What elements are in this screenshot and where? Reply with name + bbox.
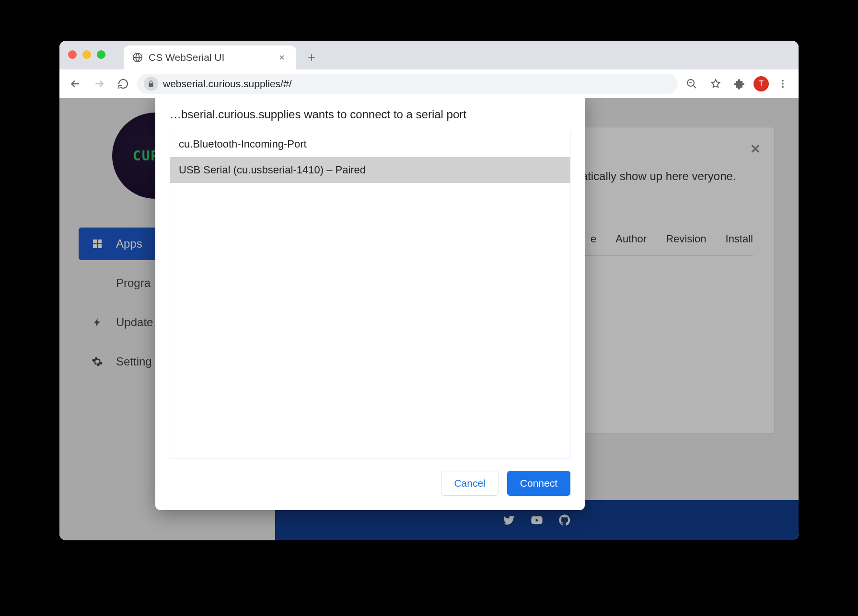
page-content: CUR S Apps Progra — [59, 98, 799, 540]
dialog-actions: Cancel Connect — [155, 458, 585, 510]
svg-point-2 — [782, 80, 784, 81]
zoom-out-icon[interactable] — [682, 74, 702, 94]
port-item[interactable]: cu.Bluetooth-Incoming-Port — [170, 131, 570, 157]
serial-port-dialog: …bserial.curious.supplies wants to conne… — [155, 98, 585, 510]
browser-tab[interactable]: CS WebSerial UI — [124, 46, 296, 69]
dialog-title: …bserial.curious.supplies wants to conne… — [155, 98, 585, 131]
tab-title: CS WebSerial UI — [149, 52, 270, 63]
chrome-menu-button[interactable] — [773, 74, 793, 94]
browser-window: CS WebSerial UI webserial.curious.suppli… — [59, 41, 799, 540]
browser-toolbar: webserial.curious.supplies/#/ T — [59, 69, 799, 98]
window-minimize-button[interactable] — [82, 50, 91, 59]
connect-button[interactable]: Connect — [507, 471, 570, 496]
globe-icon — [132, 52, 143, 63]
port-item[interactable]: USB Serial (cu.usbserial-1410) – Paired — [170, 157, 570, 183]
extensions-icon[interactable] — [730, 74, 750, 94]
svg-point-3 — [782, 83, 784, 85]
forward-button[interactable] — [89, 74, 109, 94]
tab-close-button[interactable] — [276, 52, 288, 63]
svg-point-4 — [782, 86, 784, 88]
window-controls — [68, 50, 105, 59]
profile-avatar[interactable]: T — [754, 76, 769, 91]
reload-button[interactable] — [113, 74, 133, 94]
port-list[interactable]: cu.Bluetooth-Incoming-Port USB Serial (c… — [170, 131, 570, 458]
bookmark-star-icon[interactable] — [706, 74, 726, 94]
lock-icon — [144, 77, 158, 91]
cancel-button[interactable]: Cancel — [441, 471, 498, 496]
window-maximize-button[interactable] — [97, 50, 105, 59]
window-close-button[interactable] — [68, 50, 77, 59]
tab-strip: CS WebSerial UI — [59, 41, 799, 69]
url-text: webserial.curious.supplies/#/ — [163, 78, 671, 90]
back-button[interactable] — [65, 74, 85, 94]
new-tab-button[interactable] — [302, 48, 321, 67]
address-bar[interactable]: webserial.curious.supplies/#/ — [137, 74, 678, 94]
